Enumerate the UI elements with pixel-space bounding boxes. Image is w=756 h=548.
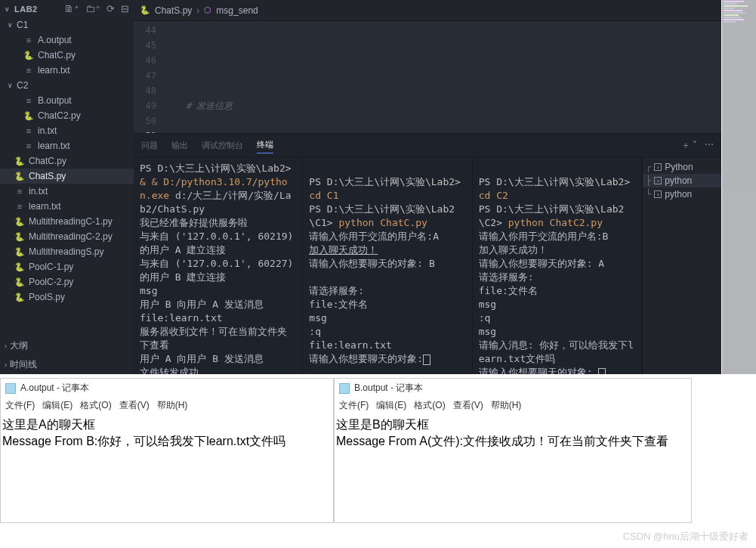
file-item[interactable]: 🐍MultithreadingC-1.py (0, 214, 134, 229)
folder-c2[interactable]: ∨C2 (0, 78, 134, 93)
refresh-icon[interactable]: ⟳ (106, 3, 115, 14)
menu-edit[interactable]: 编辑(E) (42, 399, 73, 412)
terminal-list-item[interactable]: ┌›Python (643, 160, 721, 174)
line-gutter: 44 45 46 47 48 49 50 51 (134, 21, 164, 133)
code-area[interactable]: # 发送信息 def msg_send(content, clientSocke… (164, 21, 721, 133)
file-item[interactable]: 🐍ChatC.py (0, 48, 134, 63)
file-item[interactable]: 🐍ChatC2.py (0, 108, 134, 123)
menu-format[interactable]: 格式(O) (414, 399, 445, 412)
notepad-body[interactable]: 这里是A的聊天框 Message From B:你好，可以给我发下learn.t… (1, 413, 333, 453)
new-folder-icon[interactable]: 🗀⁺ (85, 3, 100, 14)
notepad-icon (5, 383, 16, 394)
menu-help[interactable]: 帮助(H) (157, 399, 188, 412)
notepad-menu: 文件(F) 编辑(E) 格式(O) 查看(V) 帮助(H) (335, 398, 691, 413)
menu-view[interactable]: 查看(V) (119, 399, 150, 412)
notepad-icon (339, 383, 350, 394)
file-item-active[interactable]: 🐍ChatS.py (0, 169, 134, 184)
terminals-grid: PS D:\大三上\计网\实验\Lab2> & & D:/python3.10.… (134, 157, 721, 374)
collapse-icon[interactable]: ⊟ (121, 3, 129, 14)
menu-edit[interactable]: 编辑(E) (376, 399, 406, 412)
file-item[interactable]: 🐍PoolS.py (0, 289, 134, 305)
editor-main: 🐍 ChatS.py › ⬡ msg_send 44 45 46 47 48 4… (134, 0, 721, 374)
terminal-list: ┌›Python ├›python └›python (642, 157, 721, 374)
breadcrumb-bar[interactable]: 🐍 ChatS.py › ⬡ msg_send (134, 0, 721, 21)
python-file-icon: 🐍 (140, 5, 150, 15)
window-title: A.output - 记事本 (20, 382, 89, 395)
outline-section[interactable]: ›大纲 (0, 336, 134, 355)
watermark: CSDN @hnu后湖十级爱好者 (623, 530, 748, 543)
tab-output[interactable]: 输出 (171, 138, 188, 153)
menu-help[interactable]: 帮助(H) (491, 399, 522, 412)
file-item[interactable]: ≡in.txt (0, 184, 134, 199)
file-item[interactable]: ≡A.output (0, 33, 134, 48)
notepad-a-window: A.output - 记事本 文件(F) 编辑(E) 格式(O) 查看(V) 帮… (0, 378, 334, 523)
folder-c1[interactable]: ∨C1 (0, 17, 134, 33)
file-item[interactable]: ≡B.output (0, 93, 134, 108)
file-item[interactable]: 🐍PoolC-2.py (0, 274, 134, 289)
file-item[interactable]: ≡learn.txt (0, 199, 134, 214)
new-file-icon[interactable]: 🗎⁺ (64, 3, 79, 14)
tab-terminal[interactable]: 终端 (257, 137, 273, 153)
window-title: B.output - 记事本 (354, 382, 423, 395)
more-icon[interactable]: ⋯ (705, 139, 714, 152)
timeline-section[interactable]: ›时间线 (0, 355, 134, 374)
bottom-panel: 问题 输出 调试控制台 终端 ＋ ˅ ⋯ PS D:\大三上\计网\实验\Lab… (134, 133, 721, 374)
panel-tabs: 问题 输出 调试控制台 终端 ＋ ˅ ⋯ (134, 134, 721, 157)
terminal-1[interactable]: PS D:\大三上\计网\实验\Lab2> & & D:/python3.10.… (134, 157, 303, 374)
notepad-titlebar[interactable]: B.output - 记事本 (335, 379, 691, 398)
file-item[interactable]: 🐍MultithreadingS.py (0, 244, 134, 259)
tab-problems[interactable]: 问题 (141, 138, 158, 153)
menu-file[interactable]: 文件(F) (5, 399, 35, 412)
file-item[interactable]: ≡learn.txt (0, 63, 134, 78)
project-name: LAB2 (14, 5, 38, 14)
terminal-3[interactable]: PS D:\大三上\计网\实验\Lab2> cd C2 PS D:\大三上\计网… (473, 157, 642, 374)
ide-window: ∨ LAB2 🗎⁺ 🗀⁺ ⟳ ⊟ ∨C1 ≡A.output 🐍ChatC.py… (0, 0, 721, 374)
file-item[interactable]: ≡learn.txt (0, 138, 134, 153)
minimap[interactable] (722, 0, 756, 374)
notepad-b-window: B.output - 记事本 文件(F) 编辑(E) 格式(O) 查看(V) 帮… (334, 378, 692, 523)
code-editor[interactable]: 44 45 46 47 48 49 50 51 # 发送信息 def msg_s… (134, 21, 721, 133)
explorer-sidebar: ∨ LAB2 🗎⁺ 🗀⁺ ⟳ ⊟ ∨C1 ≡A.output 🐍ChatC.py… (0, 0, 134, 374)
tab-debug[interactable]: 调试控制台 (202, 138, 243, 153)
chevron-down-icon: ∨ (5, 5, 10, 13)
terminal-2[interactable]: PS D:\大三上\计网\实验\Lab2> cd C1 PS D:\大三上\计网… (303, 157, 472, 374)
notepad-body[interactable]: 这里是B的聊天框 Message From A(文件):文件接收成功！可在当前文… (335, 413, 691, 453)
notepad-menu: 文件(F) 编辑(E) 格式(O) 查看(V) 帮助(H) (1, 398, 333, 413)
chevron-right-icon: › (196, 5, 199, 16)
breadcrumb-symbol[interactable]: msg_send (216, 5, 258, 16)
notepad-titlebar[interactable]: A.output - 记事本 (1, 379, 333, 398)
menu-view[interactable]: 查看(V) (453, 399, 483, 412)
file-tree: ∨C1 ≡A.output 🐍ChatC.py ≡learn.txt ∨C2 ≡… (0, 17, 134, 336)
menu-format[interactable]: 格式(O) (80, 399, 111, 412)
function-icon: ⬡ (204, 5, 211, 15)
file-item[interactable]: ≡in.txt (0, 123, 134, 138)
menu-file[interactable]: 文件(F) (339, 399, 369, 412)
explorer-header[interactable]: ∨ LAB2 🗎⁺ 🗀⁺ ⟳ ⊟ (0, 0, 134, 17)
file-item[interactable]: 🐍ChatC.py (0, 153, 134, 169)
file-item[interactable]: 🐍PoolC-1.py (0, 259, 134, 274)
terminal-list-item[interactable]: ├›python (643, 174, 721, 187)
breadcrumb-file[interactable]: ChatS.py (155, 5, 192, 16)
new-terminal-icon[interactable]: ＋ ˅ (681, 139, 697, 152)
file-item[interactable]: 🐍MultithreadingC-2.py (0, 229, 134, 244)
terminal-list-item[interactable]: └›python (643, 187, 721, 201)
